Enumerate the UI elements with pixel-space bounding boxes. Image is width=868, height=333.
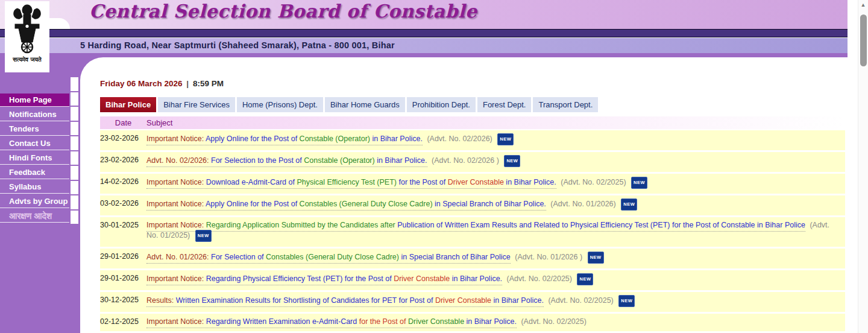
- notice-text-segment: in Bihar Police.: [375, 156, 427, 165]
- notice-subject: Important Notice: Apply Online for the P…: [146, 133, 845, 145]
- notice-text-segment: Driver Constable: [406, 317, 465, 326]
- sidebar-item-contact-us[interactable]: Contact Us: [0, 137, 69, 150]
- notice-link[interactable]: Important Notice: Regarding Application …: [146, 221, 805, 232]
- notice-text-segment: Constables (General Duty Close Cadre): [264, 253, 399, 261]
- notice-link[interactable]: Important Notice: Apply Online for the P…: [146, 200, 546, 211]
- tab-bihar-home-guards[interactable]: Bihar Home Guards: [325, 97, 405, 112]
- current-date: Friday 06 March 2026: [100, 79, 183, 88]
- tab-bihar-police[interactable]: Bihar Police: [100, 97, 156, 112]
- notice-subject: Important Notice: Regarding Application …: [146, 220, 845, 242]
- scrollbar-thumb[interactable]: [860, 14, 867, 66]
- ashoka-emblem-icon: [5, 2, 49, 56]
- notice-text-segment: Constables (General Duty Close Cadre): [297, 200, 432, 208]
- table-header-row: Date Subject: [100, 116, 845, 129]
- notice-link[interactable]: Important Notice: Regarding Physical Eff…: [146, 274, 502, 285]
- strip-cell: [71, 151, 78, 165]
- table-row: 30-12-2025 Results: Written Examination …: [100, 292, 845, 312]
- notice-link[interactable]: Advt. No. 01/2026: For Selection of Cons…: [146, 253, 511, 264]
- emblem-caption: सत्यमेव जयते: [5, 56, 49, 63]
- notice-subject: Important Notice: Download e-Admit-Card …: [146, 177, 845, 189]
- notice-date: 23-02-2026: [100, 155, 146, 167]
- notice-text-segment: in Bihar Police.: [370, 135, 423, 143]
- tab-transport-dept-[interactable]: Transport Dept.: [533, 97, 598, 112]
- new-badge: NEW: [504, 155, 520, 167]
- sidebar-item-tenders[interactable]: Tenders: [0, 122, 69, 136]
- notice-text-segment: in Special Branch of Bihar Police.: [433, 200, 546, 208]
- notice-date: 14-02-2026: [100, 177, 146, 189]
- notice-text-segment: Physical Efficiency Test (PET): [295, 178, 397, 186]
- datetime-line: Friday 06 March 2026 | 8:59 PM: [100, 79, 224, 88]
- csbc-homepage: 5 Harding Road, Near Saptmurti (Shaheed …: [0, 0, 868, 333]
- tab-bihar-fire-services[interactable]: Bihar Fire Services: [158, 97, 235, 112]
- table-row: 14-02-2026 Important Notice: Download e-…: [100, 174, 845, 194]
- notice-link[interactable]: Important Notice: Download e-Admit-Card …: [146, 178, 556, 189]
- new-badge: NEW: [497, 133, 514, 145]
- advt-number: (Advt. No. 02/2025): [507, 274, 572, 283]
- table-row: 03-02-2026 Important Notice: Apply Onlin…: [100, 195, 845, 215]
- notice-text-segment: Important Notice:: [146, 178, 204, 186]
- notice-subject: Important Notice: Regarding Physical Eff…: [146, 273, 845, 285]
- notice-text-segment: Results:: [146, 296, 174, 305]
- column-header-subject: Subject: [146, 118, 845, 127]
- notice-text-segment: Regarding Physical Efficiency Test (PET)…: [204, 274, 391, 283]
- table-row: 02-12-2025 Important Notice: Regarding W…: [100, 314, 845, 331]
- sidebar-item-आरक्षण-आदेश[interactable]: आरक्षण आदेश: [0, 209, 69, 223]
- notice-link[interactable]: Important Notice: Regarding Written Exam…: [146, 317, 517, 328]
- notice-link[interactable]: Advt. No. 02/2026: For Selection to the …: [146, 156, 427, 167]
- notice-text-segment: Publication of Written Exam Results and …: [395, 221, 805, 229]
- advt-number: (Advt. No. 02/2026 ): [432, 156, 499, 165]
- new-badge: NEW: [631, 177, 647, 189]
- sidebar-item-feedback[interactable]: Feedback: [0, 166, 69, 179]
- tab-prohibition-dept-[interactable]: Prohibition Dept.: [407, 97, 476, 112]
- tab-home-prisons-dept-[interactable]: Home (Prisons) Dept.: [237, 97, 323, 112]
- advt-number: (Advt. No. 02/2025): [548, 296, 613, 305]
- table-row: 23-02-2026 Important Notice: Apply Onlin…: [100, 130, 845, 150]
- notice-date: 03-02-2026: [100, 198, 146, 211]
- notice-text-segment: for the Post of: [357, 317, 406, 326]
- notice-date: 29-01-2026: [100, 252, 146, 264]
- board-address: 5 Harding Road, Near Saptmurti (Shaheed …: [80, 40, 395, 50]
- notice-text-segment: Important Notice:: [146, 317, 204, 326]
- notice-text-segment: in Special Branch of Bihar Police: [399, 253, 511, 261]
- sidebar-item-syllabus[interactable]: Syllabus: [0, 180, 69, 194]
- scroll-up-icon[interactable]: ▲: [858, 0, 868, 10]
- notice-text-segment: For Selection to the Post of: [209, 156, 302, 165]
- advt-number: (Advt. No. 02/2025): [561, 178, 626, 186]
- notice-text-segment: Driver Constable: [433, 296, 491, 305]
- header-address-band: 5 Harding Road, Near Saptmurti (Shaheed …: [0, 38, 848, 53]
- notice-subject: Important Notice: Apply Online for the P…: [146, 198, 845, 211]
- sidebar-item-home-page[interactable]: Home Page: [0, 94, 69, 107]
- table-row: 29-01-2026 Advt. No. 01/2026: For Select…: [100, 249, 845, 268]
- notice-link[interactable]: Important Notice: Apply Online for the P…: [146, 135, 423, 145]
- notice-text-segment: Constable (Operator): [302, 156, 375, 165]
- strip-cell: [71, 107, 78, 121]
- advt-number: (Advt. No. 02/2026): [427, 135, 492, 143]
- datetime-separator: |: [184, 79, 190, 88]
- strip-cell: [71, 122, 78, 136]
- header-dark-stripe: [0, 29, 848, 37]
- notice-text-segment: Regarding Written Examination e-Admit-Ca…: [204, 317, 357, 326]
- notice-text-segment: Advt. No. 02/2026:: [146, 156, 209, 165]
- tab-forest-dept-[interactable]: Forest Dept.: [477, 97, 532, 112]
- new-badge: NEW: [195, 230, 212, 242]
- vertical-scrollbar[interactable]: ▲: [858, 0, 868, 333]
- advt-number: (Advt. No. 01/2026 ): [515, 253, 582, 261]
- notice-text-segment: in Bihar Police.: [491, 296, 544, 305]
- notice-text-segment: in Bihar Police.: [504, 178, 556, 186]
- table-row: 30-01-2025 Important Notice: Regarding A…: [100, 217, 845, 247]
- sidebar-item-hindi-fonts[interactable]: Hindi Fonts: [0, 151, 69, 165]
- notice-subject: Important Notice: Regarding Written Exam…: [146, 317, 845, 326]
- page-title: Central Selection Board of Constable: [89, 1, 477, 22]
- strip-cell: [71, 77, 78, 91]
- sidebar-item-advts-by-group[interactable]: Advts by Group: [0, 195, 69, 208]
- sidebar-item-notifications[interactable]: Notifications: [0, 108, 69, 121]
- notice-text-segment: Advt. No. 01/2026:: [146, 253, 209, 261]
- notice-date: 02-12-2025: [100, 317, 146, 326]
- table-row: 23-02-2026 Advt. No. 02/2026: For Select…: [100, 152, 845, 172]
- strip-cell: [71, 211, 78, 224]
- notice-date: 30-01-2025: [100, 220, 146, 242]
- notice-text-segment: For Selection of: [209, 253, 264, 261]
- notice-text-segment: Apply Online for the Post of: [204, 135, 297, 143]
- notice-link[interactable]: Results: Written Examination Results for…: [146, 296, 544, 307]
- table-row: 29-01-2026 Important Notice: Regarding P…: [100, 270, 845, 290]
